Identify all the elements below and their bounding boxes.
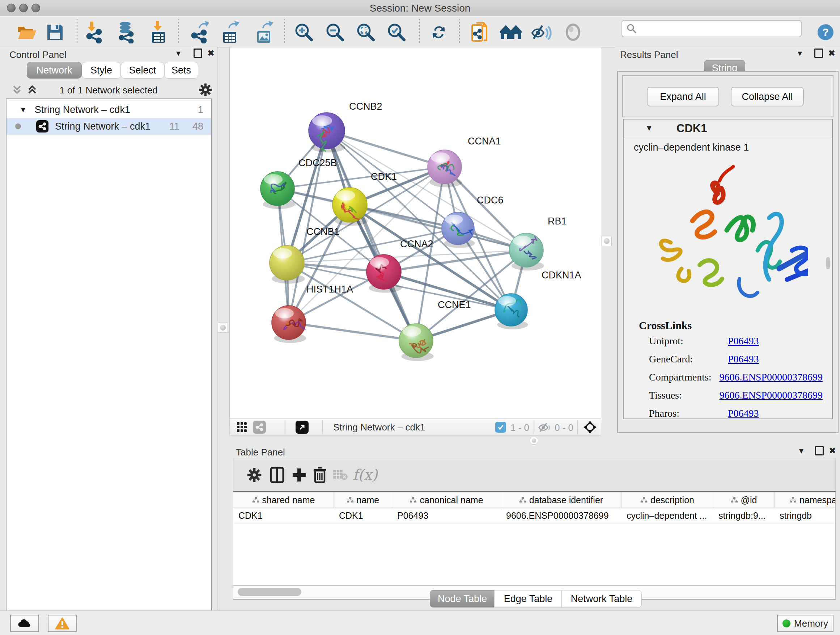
tab-edge-table[interactable]: Edge Table [494,590,562,608]
crosslink-label: Tissues: [649,390,720,401]
network-node-cdkn1a[interactable]: CDKN1A [495,270,581,329]
column-header-shared-name[interactable]: shared name [233,492,334,508]
horizontal-splitter-handle[interactable] [530,437,538,445]
results-scrollbar-thumb[interactable] [826,257,830,269]
column-header-description[interactable]: description [622,492,714,508]
warning-icon [55,617,69,630]
results-panel-float-button[interactable] [813,49,824,58]
results-panel-close-button[interactable]: ✖ [826,49,837,58]
network-row-selected[interactable]: String Network – cdk1 11 48 [6,118,211,135]
expand-all-button[interactable]: Expand All [647,87,719,106]
memory-button[interactable]: Memory [777,615,834,632]
network-node-hist1h1a[interactable]: HIST1H1A [272,284,353,343]
network-collection-row[interactable]: ▼ String Network – cdk1 1 [6,101,211,118]
result-card-header[interactable]: ▼ CDK1 [624,119,832,138]
add-column-button[interactable] [291,467,307,483]
crosslink-row: GeneCard:P06493 [649,353,823,365]
footer-separator [534,420,534,434]
control-panel-menu-button[interactable]: ▾ [173,49,184,58]
network-selection-status: 1 of 1 Network selected [0,85,217,96]
zoom-fit-button[interactable] [355,21,377,43]
home-button[interactable] [500,21,522,43]
save-session-button[interactable] [44,21,66,43]
table-panel-menu-button[interactable]: ▾ [796,446,807,455]
eye-button[interactable] [562,21,584,43]
import-table-button[interactable] [148,21,169,43]
toolbar-separator [178,19,179,43]
status-bar: Memory [0,610,840,635]
open-session-button[interactable] [16,21,38,43]
table-settings-gear-button[interactable] [246,467,262,483]
cloud-status-button[interactable] [10,615,39,632]
export-image-button[interactable] [253,21,275,43]
control-panel-close-button[interactable]: ✖ [205,49,216,58]
table-panel-close-button[interactable]: ✖ [827,446,838,455]
network-options-gear-button[interactable] [198,82,213,97]
node-label: CCNE1 [438,299,471,310]
collapse-entry-icon[interactable]: ▼ [645,124,653,133]
tab-network[interactable]: Network [27,62,82,79]
share-document-button[interactable] [469,21,491,43]
collapse-all-button[interactable]: Collapse All [731,87,804,106]
tab-select[interactable]: Select [121,62,164,79]
right-splitter-handle[interactable] [602,236,612,246]
zoom-in-button[interactable] [293,21,315,43]
table-hscrollbar-thumb[interactable] [238,588,302,596]
help-button[interactable]: ? [815,21,836,43]
tab-style[interactable]: Style [82,62,121,79]
network-node-rb1[interactable]: RB1 [509,216,567,271]
network-node-cdc25b[interactable]: CDC25B [261,157,337,209]
column-header-canonical-name[interactable]: canonical name [392,492,501,508]
crosslink-value-link[interactable]: P06493 [728,353,759,365]
table-toolbar: f(x) [233,458,836,492]
control-panel-title: Control Panel [9,49,66,60]
column-header--id[interactable]: @id [714,492,775,508]
crosslink-label: Uniprot: [649,335,728,347]
crosslink-value-link[interactable]: P06493 [728,335,759,347]
table-row[interactable]: CDK1CDK1P064939606.ENSP00000378699cyclin… [233,508,835,524]
crosslink-value-link[interactable]: 9606.ENSP00000378699 [720,371,823,383]
network-view-type-icon[interactable] [253,421,266,434]
crosslink-label: GeneCard: [649,353,728,365]
zoom-out-button[interactable] [324,21,346,43]
results-panel-menu-button[interactable]: ▾ [794,49,805,58]
main-toolbar: ? [0,16,840,48]
tree-expand-icon[interactable]: ▼ [19,106,27,114]
network-node-ccne1[interactable]: CCNE1 [399,299,471,361]
column-header-name[interactable]: name [334,492,392,508]
tab-network-table[interactable]: Network Table [561,590,642,608]
table-cell: stringdb:9... [714,508,775,524]
show-columns-button[interactable] [269,466,286,484]
column-header-namespace[interactable]: namespace [775,492,836,508]
function-builder-button-disabled: f(x) [353,466,378,483]
table-panel-float-button[interactable] [814,446,825,455]
zoom-selected-button[interactable] [386,21,407,43]
control-panel-float-button[interactable] [193,49,203,58]
network-canvas[interactable]: CCNB2CCNA1CDC25BCDK1CDC6RB1CCNB1CCNA2CDK… [229,47,601,418]
crosslink-value-link[interactable]: 9606.ENSP00000378699 [720,390,823,401]
delete-column-button[interactable] [312,466,327,484]
tab-sets[interactable]: Sets [164,62,198,79]
warnings-button[interactable] [48,615,77,632]
hide-panel-button[interactable] [531,21,552,43]
tab-node-table[interactable]: Node Table [430,590,495,608]
import-network-button[interactable] [83,21,105,43]
crosslink-value-link[interactable]: P06493 [728,408,759,419]
network-node-ccna1[interactable]: CCNA1 [428,136,501,187]
selected-nodes-checkbox[interactable] [495,422,506,432]
import-network-database-button[interactable] [115,21,137,43]
left-splitter-handle[interactable] [218,323,228,333]
detach-view-button[interactable] [295,421,309,434]
column-attribute-icon [252,496,259,504]
crosslink-label: Compartments: [649,371,720,383]
refresh-button[interactable] [428,21,450,43]
zoom-fit-icon [356,22,376,42]
column-header-database-identifier[interactable]: database identifier [501,492,622,508]
search-field[interactable] [622,20,802,37]
export-table-button[interactable] [219,21,241,43]
column-attribute-icon [731,496,738,504]
export-network-button[interactable] [188,21,210,43]
fit-content-button[interactable] [583,420,597,434]
network-view-title: String Network – cdk1 [333,422,425,433]
show-grid-button[interactable] [236,421,248,433]
